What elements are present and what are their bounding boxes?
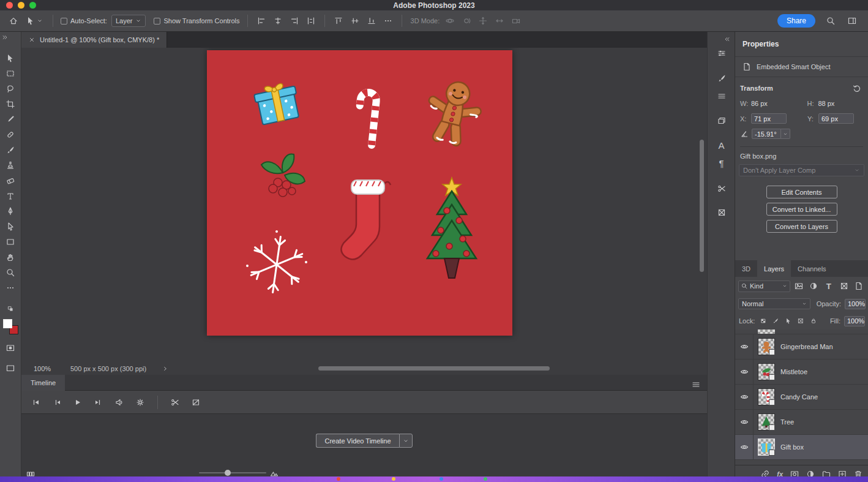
layer-name[interactable]: Mistletoe [780, 368, 807, 375]
y-input[interactable] [818, 113, 854, 124]
hand-tool[interactable] [3, 249, 18, 265]
dock-app-icon[interactable] [484, 477, 487, 481]
marquee-tool[interactable] [3, 66, 18, 81]
layer-thumbnail[interactable] [758, 363, 775, 380]
previous-frame-button[interactable] [51, 396, 63, 409]
clone-source-panel-icon[interactable] [714, 205, 729, 220]
x-input[interactable] [751, 113, 787, 124]
timeline-tab[interactable]: Timeline [21, 375, 65, 391]
gingerbread-man-artwork[interactable] [422, 77, 484, 153]
distribute-button[interactable] [305, 15, 317, 27]
layer-name[interactable]: Gift box [780, 443, 804, 451]
lock-position-icon[interactable] [784, 316, 793, 326]
align-bottom-button[interactable] [365, 15, 378, 27]
rotation-angle-combo[interactable]: -15.91° [752, 129, 790, 139]
lock-artboard-icon[interactable] [796, 316, 806, 326]
snowflake-artwork[interactable] [245, 230, 309, 299]
adjustments-panel-icon[interactable] [714, 45, 729, 61]
layer-thumbnail[interactable] [758, 439, 775, 456]
home-button[interactable] [7, 15, 20, 27]
shape-tool[interactable] [3, 234, 18, 249]
align-top-button[interactable] [332, 15, 345, 27]
color-swatches[interactable] [2, 318, 19, 335]
create-video-timeline-dropdown[interactable] [399, 434, 413, 448]
rotation-angle-value[interactable]: -15.91° [752, 129, 781, 139]
canvas[interactable] [207, 50, 512, 336]
align-middle-button[interactable] [349, 15, 361, 27]
checkbox-box[interactable] [154, 18, 160, 24]
properties-panel-title[interactable]: Properties [735, 32, 868, 56]
next-frame-button[interactable] [92, 396, 105, 409]
lock-transparency-icon[interactable] [758, 316, 768, 326]
paragraph-styles-panel-icon[interactable] [714, 88, 729, 104]
auto-select-target-dropdown[interactable]: Layer [111, 15, 146, 27]
filter-pixel-layers-icon[interactable] [792, 280, 806, 292]
filter-adjustment-layers-icon[interactable] [807, 280, 820, 292]
transition-button[interactable] [190, 396, 202, 409]
gift-box-artwork[interactable] [250, 73, 305, 126]
timeline-zoom-slider[interactable] [199, 472, 266, 473]
healing-brush-tool[interactable] [3, 127, 18, 142]
angle-dropdown[interactable] [781, 129, 790, 139]
layer-visibility-toggle[interactable] [735, 410, 754, 434]
document-tab[interactable]: Untitled-1 @ 100% (Gift box, CMYK/8) * [21, 32, 167, 48]
panels-collapse-button[interactable] [722, 34, 732, 44]
audio-mute-button[interactable] [113, 396, 125, 409]
create-video-timeline-button[interactable]: Create Video Timeline [316, 434, 398, 448]
tab-layers[interactable]: Layers [757, 260, 791, 277]
layer-row-mistletoe[interactable]: Mistletoe [735, 360, 868, 385]
timeline-panel-menu-icon[interactable] [690, 378, 702, 391]
3d-slide-button[interactable] [493, 15, 506, 27]
lock-all-icon[interactable] [809, 316, 818, 326]
3d-roll-button[interactable] [460, 15, 473, 27]
layer-thumbnail[interactable] [758, 388, 775, 405]
align-right-button[interactable] [288, 15, 301, 27]
blend-mode-dropdown[interactable]: Normal [738, 298, 810, 309]
timeline-zoom-knob[interactable] [225, 470, 231, 476]
opacity-value[interactable]: 100% [845, 299, 866, 309]
scissors-panel-icon[interactable] [714, 181, 729, 196]
canvas-viewport[interactable] [21, 48, 707, 363]
reset-transform-icon[interactable] [851, 82, 863, 94]
layer-thumbnail[interactable] [758, 338, 775, 355]
dock-app-icon[interactable] [392, 477, 395, 481]
close-tab-icon[interactable] [29, 37, 35, 43]
paragraph-panel-icon[interactable]: ¶ [714, 156, 729, 171]
horizontal-scrollbar[interactable] [318, 366, 550, 371]
convert-to-layers-button[interactable]: Convert to Layers [766, 220, 837, 233]
edit-contents-button[interactable]: Edit Contents [766, 186, 837, 198]
path-selection-tool[interactable] [3, 219, 18, 234]
layer-thumbnail[interactable] [758, 413, 775, 431]
more-align-options-button[interactable] [382, 15, 394, 27]
play-button[interactable] [72, 396, 84, 409]
brush-settings-panel-icon[interactable] [714, 70, 729, 86]
screen-mode-button[interactable] [3, 360, 18, 375]
width-value[interactable]: 86 px [751, 100, 796, 107]
tool-preset-dropdown[interactable] [24, 15, 45, 27]
share-button[interactable]: Share [777, 14, 815, 28]
layer-comps-panel-icon[interactable] [714, 113, 729, 128]
crop-tool[interactable] [3, 96, 18, 111]
vertical-scrollbar[interactable] [700, 140, 704, 272]
christmas-tree-artwork[interactable] [421, 176, 482, 296]
quick-mask-button[interactable] [3, 340, 18, 355]
auto-select-checkbox[interactable]: Auto-Select: [61, 17, 107, 24]
foreground-color-swatch[interactable] [3, 319, 12, 328]
status-chevron-icon[interactable] [162, 366, 168, 372]
filter-smart-objects-icon[interactable] [852, 280, 866, 292]
filter-shape-layers-icon[interactable] [837, 280, 851, 292]
3d-orbit-button[interactable] [444, 15, 456, 27]
lock-image-icon[interactable] [771, 316, 780, 326]
eyedropper-tool[interactable] [3, 111, 18, 127]
3d-camera-button[interactable] [510, 15, 522, 27]
layer-comp-dropdown[interactable]: Don't Apply Layer Comp [739, 164, 864, 176]
layer-row-candy-cane[interactable]: Candy Cane [735, 385, 868, 410]
layer-visibility-toggle[interactable] [735, 385, 754, 409]
checkbox-box[interactable] [61, 18, 67, 24]
3d-pan-button[interactable] [477, 15, 489, 27]
layer-name[interactable]: Candy Cane [780, 393, 818, 401]
split-clip-scissors-icon[interactable] [169, 396, 181, 409]
macos-dock-hint[interactable] [0, 476, 868, 482]
timeline-settings-gear-icon[interactable] [134, 396, 146, 409]
candy-cane-artwork[interactable] [354, 83, 382, 149]
